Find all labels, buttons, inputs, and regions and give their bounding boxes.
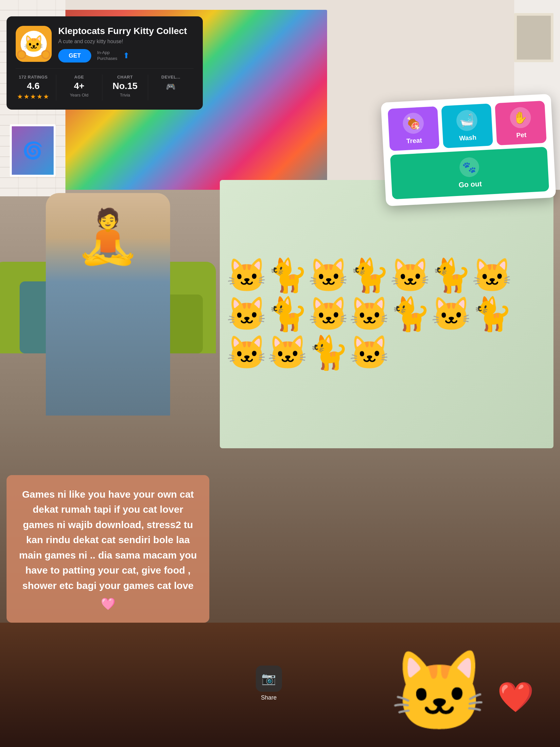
get-button-row: GET In-AppPurchases ⬆ [58, 49, 187, 62]
appstore-card: 🐱 Kleptocats Furry Kitty Collect A cute … [6, 16, 203, 110]
art-frame-right [514, 13, 554, 62]
age-label: AGE [61, 75, 97, 79]
appstore-header: 🐱 Kleptocats Furry Kitty Collect A cute … [16, 26, 194, 62]
age-block: AGE 4+ Years Old [56, 75, 102, 100]
pet-label: Pet [516, 131, 527, 139]
description-overlay: Games ni like you have your own cat deka… [6, 475, 209, 623]
pet-button[interactable]: ✋ Pet [495, 101, 547, 146]
developer-block: DEVEL... 🎮 [148, 75, 194, 100]
chart-value: No.15 [108, 81, 143, 91]
ratings-label: 172 RATINGS [16, 75, 51, 79]
app-tagline: A cute and cozy kitty house! [58, 38, 187, 45]
game-buttons-top: 🍖 Treat 🛁 Wash ✋ Pet [388, 101, 546, 151]
chart-sub: Trivia [108, 93, 143, 98]
chart-block: CHART No.15 Trivia [102, 75, 148, 100]
treat-icon: 🍖 [402, 112, 424, 134]
game-room-illustration: 🐱🐈🐱🐈🐱🐈🐱🐱🐈🐱🐱🐈🐱🐈🐱🐱🐈🐱 [220, 180, 554, 448]
go-out-icon: 🐾 [459, 157, 480, 177]
share-icon-appstore[interactable]: ⬆ [123, 51, 130, 60]
treat-button[interactable]: 🍖 Treat [388, 106, 439, 151]
wash-icon: 🛁 [456, 109, 478, 131]
heart-emoji: 🩷 [18, 597, 197, 611]
app-title: Kleptocats Furry Kitty Collect [58, 26, 187, 37]
in-app-text: In-AppPurchases [97, 50, 117, 61]
share-button-label: Share [261, 694, 277, 701]
rating-value: 4.6 [16, 81, 51, 91]
heart-icon-bottom: ❤️ [497, 680, 534, 714]
share-button-icon: 📷 [256, 666, 282, 692]
cat-character-bottom: 🐱 [390, 652, 488, 731]
person-area: 🧘 [10, 190, 206, 419]
description-text: Games ni like you have your own cat deka… [18, 487, 197, 594]
appstore-stats: 172 RATINGS 4.6 ★★★★★ AGE 4+ Years Old C… [16, 69, 194, 100]
treat-label: Treat [406, 136, 422, 145]
app-icon: 🐱 [16, 26, 52, 62]
share-button-bottom[interactable]: 📷 Share [256, 666, 282, 701]
pet-icon: ✋ [509, 107, 531, 129]
wash-label: Wash [459, 134, 477, 142]
app-info: Kleptocats Furry Kitty Collect A cute an… [58, 26, 187, 62]
game-interaction-card: 🍖 Treat 🛁 Wash ✋ Pet 🐾 Go out [381, 94, 556, 206]
go-out-button[interactable]: 🐾 Go out [390, 147, 549, 199]
wash-button[interactable]: 🛁 Wash [441, 103, 493, 148]
chart-label: CHART [108, 75, 143, 79]
get-button[interactable]: GET [58, 49, 91, 62]
age-value: 4+ [61, 81, 97, 91]
go-out-label: Go out [458, 180, 482, 189]
age-sub: Years Old [61, 93, 97, 98]
ratings-block: 172 RATINGS 4.6 ★★★★★ [16, 75, 56, 100]
art-frame-2: 🌀 [10, 124, 56, 177]
developer-label: DEVEL... [153, 75, 188, 79]
rating-stars: ★★★★★ [16, 93, 51, 100]
